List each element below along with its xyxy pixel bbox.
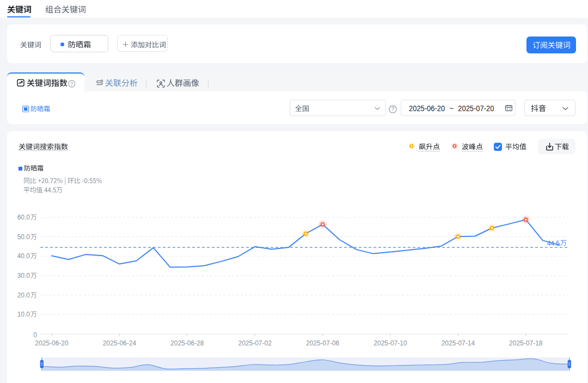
svg-text:?: ?: [391, 106, 394, 112]
svg-text:?: ?: [70, 81, 73, 87]
